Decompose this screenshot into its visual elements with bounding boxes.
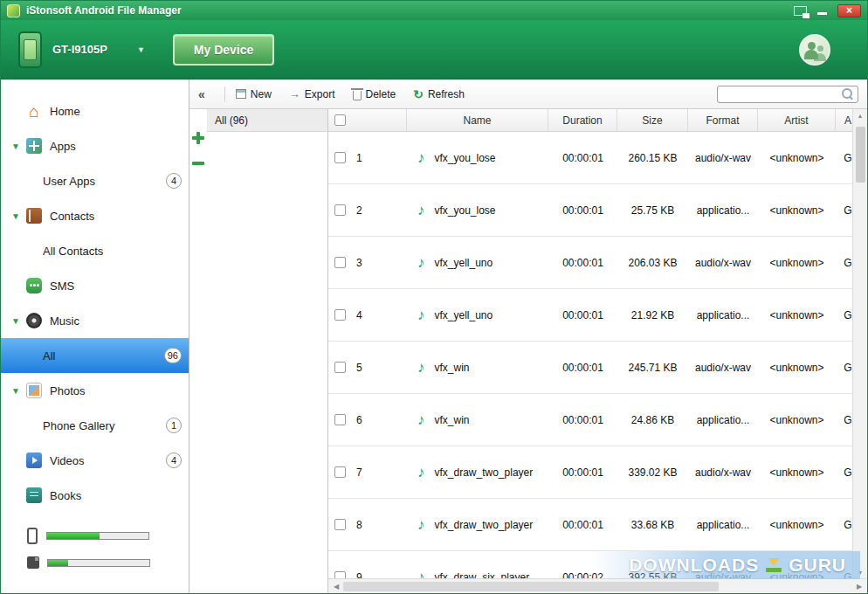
category-panel: All (96) (207, 109, 328, 593)
collapse-panel-button[interactable]: « (198, 88, 205, 100)
sidebar-item-sms[interactable]: SMS (1, 268, 189, 303)
column-header-artist[interactable]: Artist (758, 109, 836, 131)
chevron-down-icon[interactable]: ▼ (11, 386, 25, 396)
format-cell: audio/x-wav (688, 152, 758, 164)
device-name: GT-I9105P (52, 43, 107, 56)
file-name: vfx_you_lose (435, 152, 496, 164)
sidebar-item-label: Music (50, 314, 79, 328)
my-device-label: My Device (194, 43, 253, 57)
remove-icon[interactable] (192, 162, 204, 165)
horizontal-scrollbar-thumb[interactable] (343, 582, 719, 591)
music-note-icon: ♪ (417, 150, 425, 165)
row-checkbox[interactable] (334, 519, 346, 530)
row-checkbox[interactable] (334, 362, 346, 373)
my-device-button[interactable]: My Device (173, 34, 274, 66)
column-header-name[interactable]: Name (407, 109, 548, 131)
table-row[interactable]: 3 ♪ vfx_yell_uno 00:00:01 206.03 KB audi… (328, 237, 867, 289)
scroll-up-icon[interactable]: ▲ (858, 109, 864, 121)
table-body: 1 ♪ vfx_you_lose 00:00:01 260.15 KB audi… (328, 132, 867, 593)
export-button[interactable]: → Export (289, 88, 335, 100)
column-header-duration[interactable]: Duration (548, 109, 617, 131)
row-number: 5 (356, 362, 362, 374)
table-row[interactable]: 6 ♪ vfx_win 00:00:01 24.86 KB applicatio… (328, 394, 867, 446)
minimize-button[interactable] (816, 5, 828, 17)
row-checkbox[interactable] (334, 414, 346, 425)
device-selector[interactable]: GT-I9105P ▼ (18, 31, 145, 68)
table-row[interactable]: 8 ♪ vfx_draw_two_player 00:00:01 33.68 K… (328, 499, 867, 551)
chevron-down-icon[interactable]: ▼ (11, 211, 25, 221)
table-row[interactable]: 7 ♪ vfx_draw_two_player 00:00:01 339.02 … (328, 446, 867, 499)
search-icon[interactable] (842, 88, 854, 100)
format-cell: audio/x-wav (688, 466, 758, 479)
scroll-left-icon[interactable]: ◀ (331, 583, 341, 591)
export-label: Export (305, 88, 335, 100)
file-name: vfx_draw_two_player (435, 466, 534, 479)
vertical-scrollbar[interactable]: ▲ ▼ (852, 109, 867, 578)
file-name: vfx_yell_uno (435, 257, 493, 269)
category-item-all[interactable]: All (96) (207, 109, 327, 132)
column-header-select[interactable] (328, 109, 407, 131)
sidebar-item-all-contacts[interactable]: All Contacts (1, 233, 189, 268)
table-row[interactable]: 4 ♪ vfx_yell_uno 00:00:01 21.92 KB appli… (328, 289, 867, 342)
table-row[interactable]: 2 ♪ vfx_you_lose 00:00:01 25.75 KB appli… (328, 184, 867, 237)
sidebar-item-label: Contacts (50, 210, 94, 223)
column-header-size[interactable]: Size (617, 109, 688, 131)
sidebar-item-label: Phone Gallery (43, 419, 114, 432)
sidebar-item-all-music[interactable]: All 96 (1, 338, 189, 373)
sidebar-item-label: Videos (50, 454, 85, 467)
table-row[interactable]: 5 ♪ vfx_win 00:00:01 245.71 KB audio/x-w… (328, 342, 867, 394)
format-cell: applicatio... (688, 309, 758, 321)
meter-fill (48, 560, 68, 566)
row-number: 1 (356, 152, 362, 164)
row-checkbox[interactable] (334, 204, 346, 216)
delete-button[interactable]: Delete (353, 88, 396, 100)
sidebar-item-videos[interactable]: Videos 4 (1, 443, 189, 478)
sidebar-item-books[interactable]: Books (1, 478, 189, 513)
sidebar-item-user-apps[interactable]: User Apps 4 (1, 163, 189, 198)
horizontal-scrollbar[interactable]: ◀ ▶ (328, 578, 867, 593)
row-checkbox[interactable] (334, 466, 346, 478)
add-icon[interactable] (192, 132, 204, 144)
sidebar-item-label: All (43, 349, 55, 363)
meter-track (46, 532, 149, 540)
switch-window-icon[interactable] (794, 6, 807, 16)
sidebar-item-contacts[interactable]: ▼ Contacts (1, 198, 189, 233)
new-button[interactable]: New (236, 88, 272, 100)
refresh-button[interactable]: ↻ Refresh (413, 88, 465, 100)
titlebar: iStonsoft Android File Manager × (1, 1, 867, 20)
sidebar-item-label: Home (50, 105, 80, 118)
music-note-icon: ♪ (417, 517, 425, 532)
size-cell: 260.15 KB (617, 152, 688, 164)
table-row[interactable]: 1 ♪ vfx_you_lose 00:00:01 260.15 KB audi… (328, 132, 867, 184)
artist-cell: <unknown> (758, 362, 836, 374)
chevron-down-icon[interactable]: ▼ (11, 142, 25, 151)
watermark: DOWNLOADS GURU (590, 551, 860, 579)
sidebar-item-home[interactable]: ⌂ Home (1, 93, 189, 128)
chevron-down-icon[interactable]: ▼ (11, 316, 25, 326)
watermark-text-left: DOWNLOADS (629, 555, 759, 576)
meter-fill (47, 533, 100, 539)
select-all-checkbox[interactable] (334, 114, 346, 126)
search-input[interactable] (721, 87, 842, 101)
size-cell: 33.68 KB (617, 519, 688, 531)
chevron-down-icon[interactable]: ▼ (137, 45, 145, 54)
size-cell: 339.02 KB (617, 466, 688, 479)
format-cell: audio/x-wav (688, 257, 758, 269)
sidebar-item-label: User Apps (43, 175, 95, 188)
user-avatar[interactable] (799, 34, 830, 66)
sidebar-item-photos[interactable]: ▼ Photos (1, 373, 189, 408)
sidebar-item-phone-gallery[interactable]: Phone Gallery 1 (1, 408, 189, 443)
column-header-format[interactable]: Format (688, 109, 758, 131)
row-checkbox[interactable] (334, 309, 346, 321)
table-header: Name Duration Size Format Artist A (328, 109, 867, 132)
duration-cell: 00:00:01 (548, 414, 617, 426)
row-checkbox[interactable] (334, 152, 346, 163)
scroll-right-icon[interactable]: ▶ (854, 583, 865, 591)
sidebar-item-apps[interactable]: ▼ Apps (1, 128, 189, 163)
home-icon: ⌂ (25, 102, 43, 120)
vertical-scrollbar-thumb[interactable] (856, 127, 865, 183)
row-checkbox[interactable] (334, 257, 346, 268)
artist-cell: <unknown> (758, 414, 836, 426)
sidebar-item-music[interactable]: ▼ Music (1, 303, 189, 338)
close-button[interactable]: × (837, 4, 861, 17)
